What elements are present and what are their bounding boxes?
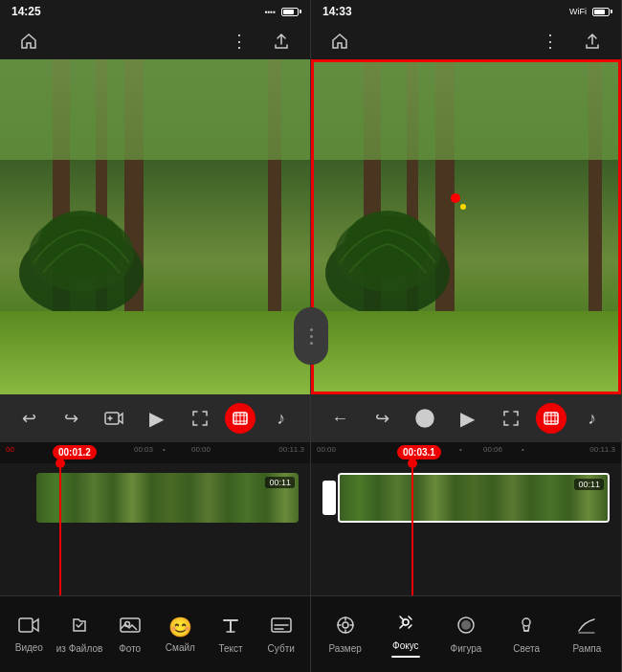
- film-button-left[interactable]: [225, 403, 255, 434]
- left-clip-bg: 00:11: [36, 473, 299, 523]
- share-icon: [273, 33, 290, 50]
- left-current-time: 00:01.2: [53, 445, 97, 459]
- right-redo-button[interactable]: ↪: [366, 401, 400, 436]
- tab-light-label: Света: [513, 643, 540, 654]
- right-branch: [313, 126, 619, 311]
- nav-subtitle-label: Субти: [268, 643, 295, 654]
- svg-point-29: [522, 618, 530, 626]
- right-more-icon: ⋮: [542, 31, 560, 52]
- light-icon: [516, 615, 537, 640]
- music-button[interactable]: ♪: [264, 401, 299, 436]
- focus-yellow-dot: [460, 204, 466, 210]
- right-video-bg: [311, 59, 621, 394]
- nav-subtitle[interactable]: Субти: [255, 608, 306, 661]
- more-button[interactable]: ⋮: [222, 24, 256, 58]
- right-ruler-dot1: •: [459, 445, 462, 454]
- right-more-button[interactable]: ⋮: [533, 24, 567, 58]
- right-ruler-end: 00:11.3: [589, 445, 615, 454]
- video-nav-icon: [18, 616, 39, 638]
- left-video-preview: [0, 59, 310, 394]
- left-ruler-3: 00:03: [134, 445, 153, 454]
- right-nav-tabs: Размер Фокус: [311, 596, 621, 672]
- left-video-bg: [0, 59, 310, 394]
- right-clip-bg: 00:11: [340, 475, 608, 521]
- battery-icon: [281, 8, 299, 16]
- tab-ramp-label: Рампа: [573, 643, 602, 654]
- right-timeline: 00:00 00:03.1 • 00:06 • 00:11.3 00:11: [311, 442, 621, 595]
- tab-ramp[interactable]: Рампа: [557, 609, 617, 660]
- undo-icon: ↩: [22, 408, 36, 429]
- grip-dots: [310, 328, 313, 345]
- fullscreen-icon: [190, 409, 210, 428]
- files-nav-icon: [70, 616, 89, 639]
- ground: [0, 311, 310, 395]
- signal-icon: ▪▪▪▪: [265, 8, 276, 16]
- nav-photo[interactable]: Фото: [104, 608, 155, 661]
- right-status-icons: WiFi: [569, 7, 610, 16]
- nav-text[interactable]: Текст: [206, 608, 256, 661]
- left-clip-duration: 00:11: [265, 477, 295, 488]
- redo-button[interactable]: ↪: [55, 401, 89, 436]
- left-ruler-dot1: •: [163, 445, 166, 454]
- share-button[interactable]: [264, 24, 299, 58]
- nav-video-label: Видео: [15, 642, 43, 653]
- right-battery-icon: [592, 8, 610, 16]
- left-panel: 14:25 ▪▪▪▪ ⋮: [0, 0, 311, 672]
- fullscreen-button[interactable]: [183, 401, 217, 436]
- clip-start-handle[interactable]: [322, 481, 336, 515]
- left-clip[interactable]: 00:11: [36, 473, 299, 523]
- svg-point-26: [403, 619, 409, 625]
- right-play-button[interactable]: ▶: [451, 401, 485, 436]
- grip-handle[interactable]: [294, 307, 328, 365]
- right-ground: [311, 311, 621, 395]
- tab-shape-label: Фигура: [451, 643, 482, 654]
- right-home-icon: [331, 33, 348, 50]
- right-film-icon: [544, 411, 559, 426]
- spruce-branch: [5, 126, 305, 311]
- right-fullscreen-icon: [501, 409, 521, 428]
- tab-light[interactable]: Света: [497, 609, 557, 660]
- left-ruler-00: 00:00: [191, 445, 211, 454]
- add-media-button[interactable]: [97, 401, 131, 436]
- right-music-icon: ♪: [588, 409, 596, 429]
- play-icon: ▶: [149, 407, 164, 430]
- nav-photo-label: Фото: [119, 643, 141, 654]
- grip-dot-2: [310, 335, 313, 338]
- right-status-bar: 14:33 WiFi: [311, 0, 621, 23]
- home-icon: [20, 33, 37, 50]
- more-icon: ⋮: [231, 31, 249, 52]
- right-music-button[interactable]: ♪: [575, 401, 610, 436]
- play-button-left[interactable]: ▶: [140, 401, 174, 436]
- right-ruler-dot2: •: [522, 445, 524, 454]
- active-tab-indicator: [391, 656, 420, 658]
- left-ruler-start: 00: [6, 445, 14, 454]
- smile-nav-icon: 😊: [168, 616, 192, 638]
- right-film-button[interactable]: [536, 403, 566, 434]
- right-current-time: 00:03.1: [397, 445, 441, 459]
- resize-icon: [335, 615, 356, 640]
- left-panel-top-bar: ⋮: [0, 23, 310, 59]
- branch-svg: [14, 196, 148, 311]
- nav-smile[interactable]: 😊 Смайл: [155, 608, 206, 661]
- nav-files[interactable]: из Файлов: [55, 608, 105, 661]
- right-home-button[interactable]: [322, 24, 357, 58]
- right-fullscreen-button[interactable]: [494, 401, 528, 436]
- ramp-icon: [576, 615, 597, 640]
- focus-red-pin: [451, 193, 460, 203]
- tab-resize[interactable]: Размер: [315, 609, 375, 660]
- tab-shape[interactable]: Фигура: [435, 609, 496, 660]
- film-icon: [233, 411, 248, 426]
- focus-icon: [395, 612, 416, 638]
- right-ruler-6: 00:06: [483, 445, 502, 454]
- left-timeline-ruler: 00 00:01.2 00:03 • 00:00 00:11.3: [0, 442, 310, 463]
- nav-video[interactable]: Видео: [4, 609, 55, 661]
- right-undo-button[interactable]: ←: [322, 401, 357, 436]
- right-panel-top-bar: ⋮: [311, 23, 621, 59]
- home-button[interactable]: [11, 24, 46, 58]
- right-panel: 14:33 WiFi ⋮: [311, 0, 622, 672]
- right-share-button[interactable]: [575, 24, 610, 58]
- tab-focus[interactable]: Фокус: [375, 606, 435, 663]
- undo-button[interactable]: ↩: [11, 401, 46, 436]
- right-add-button[interactable]: [408, 401, 442, 436]
- right-clip[interactable]: 00:11: [338, 473, 610, 523]
